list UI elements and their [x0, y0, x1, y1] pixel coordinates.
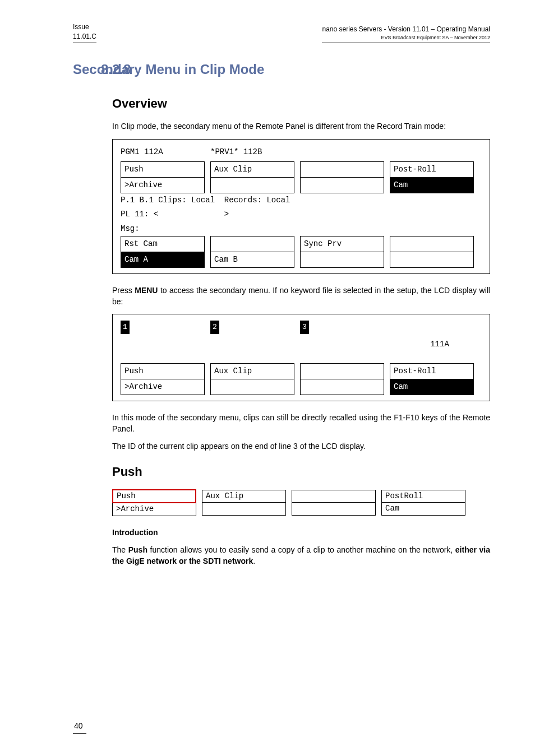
aux-clip-button[interactable]: Aux Clip — [210, 161, 294, 178]
sync-prv-button[interactable]: Sync Prv — [300, 236, 384, 252]
aux-clip-button[interactable]: Aux Clip — [202, 490, 286, 503]
section-title: Secondary Menu in Clip Mode — [73, 60, 490, 79]
archive-button[interactable]: >Archive — [112, 503, 196, 516]
issue-value: 11.01.C — [73, 32, 96, 41]
issue-label: Issue — [73, 22, 96, 32]
overview-intro: In Clip mode, the secondary menu of the … — [112, 121, 490, 132]
empty-cell — [300, 379, 384, 395]
cam-a-button[interactable]: Cam A — [121, 252, 205, 268]
post-roll-button[interactable]: PostRoll — [381, 490, 465, 503]
empty-cell — [300, 363, 384, 379]
cam-button[interactable]: Cam — [381, 503, 465, 516]
section-number: 8.2.8 — [101, 60, 131, 79]
lcd-panel-secondary-menu: 1 2 3 111A Push >Archive Aux Clip — [112, 314, 490, 401]
rst-cam-button[interactable]: Rst Cam — [121, 236, 205, 252]
msg-line: Msg: — [121, 222, 482, 236]
secondary-menu-para1: In this mode of the secondary menu, clip… — [112, 412, 490, 434]
post-roll-button[interactable]: Post-Roll — [390, 363, 474, 379]
empty-cell — [300, 252, 384, 268]
empty-cell — [210, 236, 294, 252]
push-button[interactable]: Push — [121, 363, 205, 379]
empty-cell — [300, 178, 384, 193]
prv-header: *PRV1* 112B — [210, 145, 262, 159]
menu-access-text: Press MENU to access the secondary menu.… — [112, 285, 490, 307]
empty-cell — [210, 379, 294, 395]
cam-button[interactable]: Cam — [390, 178, 474, 193]
cam-button[interactable]: Cam — [390, 379, 474, 395]
pgm-header: PGM1 112A — [121, 145, 205, 159]
push-description: The Push function allows you to easily s… — [112, 545, 490, 567]
header-issue: Issue 11.01.C — [73, 22, 96, 43]
empty-cell — [292, 503, 376, 516]
push-button[interactable]: Push — [121, 161, 205, 178]
row-num-3: 3 — [300, 321, 309, 333]
empty-cell — [292, 490, 376, 503]
secondary-menu-para2: The ID of the current clip appears on th… — [112, 441, 490, 452]
empty-cell — [390, 252, 474, 268]
overview-heading: Overview — [112, 95, 490, 113]
lcd-panel-clip-mode: PGM1 112A *PRV1* 112B Push >Archive Aux … — [112, 139, 490, 275]
post-roll-button[interactable]: Post-Roll — [390, 161, 474, 178]
clip-id: 111A — [398, 337, 482, 351]
row-num-2: 2 — [210, 321, 219, 333]
page-header: Issue 11.01.C nano series Servers - Vers… — [73, 22, 490, 43]
push-button-highlighted[interactable]: Push — [112, 489, 196, 504]
introduction-heading: Introduction — [112, 527, 490, 539]
empty-cell — [210, 178, 294, 193]
archive-button[interactable]: >Archive — [121, 178, 205, 193]
empty-cell — [300, 161, 384, 178]
playlist-line: PL 11: < > — [121, 207, 482, 221]
header-title-block: nano series Servers - Version 11.01 – Op… — [322, 25, 490, 43]
aux-clip-button[interactable]: Aux Clip — [210, 363, 294, 379]
push-heading: Push — [112, 463, 490, 481]
row-num-1: 1 — [121, 321, 130, 333]
empty-cell — [202, 503, 286, 516]
clips-records-line: P.1 B.1 Clips: Local Records: Local — [121, 193, 482, 207]
cam-b-button[interactable]: Cam B — [210, 252, 294, 268]
page-number: 40 — [73, 721, 86, 734]
archive-button[interactable]: >Archive — [121, 379, 205, 395]
empty-cell — [390, 236, 474, 252]
header-title-sub: EVS Broadcast Equipment SA – November 20… — [322, 34, 490, 41]
header-title-main: nano series Servers - Version 11.01 – Op… — [322, 25, 490, 34]
